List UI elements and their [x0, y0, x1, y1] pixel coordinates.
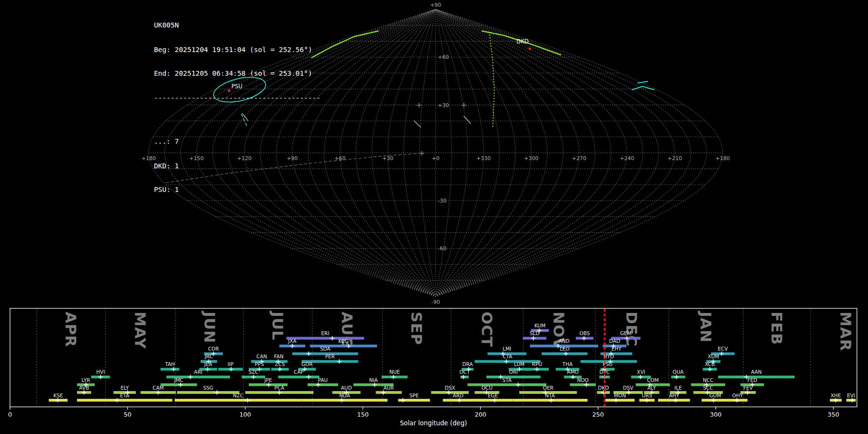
- shower-code: LUM: [514, 361, 525, 367]
- shower-code: JMC: [174, 377, 183, 383]
- shower-code: JPE: [264, 377, 272, 383]
- shower-MON: MON: [605, 393, 635, 403]
- shower-code: JRC: [204, 353, 213, 359]
- shower-code: COM: [647, 377, 659, 383]
- shower-code: FEV: [744, 385, 753, 391]
- shower-code: DAD: [609, 338, 620, 344]
- shower-code: EHY: [611, 346, 622, 352]
- lon-label: +240: [620, 155, 634, 162]
- shower-ZCS: ZCS: [271, 361, 289, 371]
- lat-label: -60: [438, 245, 447, 252]
- sporadic-track-1: [464, 116, 471, 123]
- tick-label: 250: [592, 411, 604, 418]
- meridian-line: [435, 9, 467, 296]
- lon-label: +270: [572, 155, 586, 162]
- shower-code: QUA: [673, 369, 684, 375]
- month-label: APR: [62, 312, 80, 347]
- radiant-map-app: +180+150+120+90+60+30+0+330+300+270+240+…: [0, 0, 868, 434]
- shower-counts: ...: 7 DKD: 1 PSU: 1: [154, 122, 321, 210]
- shower-code: DSX: [445, 385, 455, 391]
- shower-code: ELY: [121, 385, 129, 391]
- shower-code: XHE: [830, 393, 841, 398]
- shower-code: LYR: [81, 377, 90, 383]
- shower-code: GEM: [620, 330, 631, 336]
- shower-DPC: DPC: [599, 369, 610, 379]
- activity-bar: [376, 391, 402, 394]
- shower-code: FED: [747, 377, 757, 383]
- x-axis-title: Solar longitude (deg): [400, 420, 467, 427]
- shower-code: ILE: [675, 385, 682, 391]
- shower-code: SPE: [409, 393, 419, 398]
- shower-code: ZCS: [275, 361, 285, 367]
- shower-code: PCA: [274, 385, 285, 391]
- count-sporadic: ...: 7: [154, 138, 321, 146]
- shower-SLD: SLD: [523, 330, 546, 340]
- green-dotted-track: [489, 32, 494, 129]
- shower-code: KSE: [54, 393, 63, 398]
- shower-code: GUM: [709, 393, 721, 398]
- green-arc-left: [312, 31, 378, 57]
- plot-canvas: +180+150+120+90+60+30+0+330+300+270+240+…: [0, 0, 868, 434]
- shower-code: OCU: [481, 385, 492, 391]
- month-label: JAN: [697, 311, 715, 343]
- activity-bar: [77, 399, 173, 402]
- shower-code: DPC: [599, 369, 610, 375]
- shower-STA: STA: [468, 377, 546, 387]
- activity-bar: [487, 376, 541, 379]
- tick-label: 0: [8, 411, 12, 418]
- shower-code: ECV: [718, 346, 728, 352]
- shower-code: AHY: [669, 393, 679, 398]
- lon-label: +180: [716, 155, 730, 162]
- shower-code: TAH: [164, 361, 175, 367]
- month-label: JUL: [269, 311, 286, 340]
- lon-label: +330: [476, 155, 491, 162]
- activity-bar: [286, 337, 364, 340]
- activity-bar: [278, 376, 319, 379]
- shower-NDA: NDA: [302, 393, 388, 403]
- shower-NTA: NTA: [512, 393, 587, 403]
- shower-OCT: OCT: [460, 369, 470, 379]
- lat-label: -30: [438, 198, 447, 204]
- shower-code: LMI: [502, 346, 511, 352]
- tick-label: 150: [357, 411, 368, 418]
- month-label: NOV: [550, 312, 568, 350]
- begin-time: Beg: 20251204 19:51:04 (sol = 252.56°): [154, 46, 321, 54]
- shower-code: AND: [558, 338, 570, 344]
- shower-SSG: SSG: [177, 385, 239, 395]
- radiant-marker: [529, 48, 531, 50]
- meridian-line: [404, 9, 435, 296]
- activity-bar: [570, 383, 596, 386]
- month-label: MAR: [837, 312, 854, 351]
- month-label: JUN: [201, 311, 218, 343]
- shower-JMC: JMC: [161, 377, 197, 387]
- count-psu: PSU: 1: [154, 186, 321, 194]
- month-label: SEP: [408, 312, 425, 345]
- shower-NOO: NOO: [570, 377, 596, 387]
- shower-code: OHY: [732, 393, 743, 398]
- lat-label: -90: [432, 299, 440, 305]
- shower-XHE: XHE: [830, 393, 841, 403]
- shower-code: JXA: [288, 338, 297, 344]
- activity-bar: [177, 391, 239, 394]
- activity-bar: [175, 399, 301, 402]
- count-dkd: DKD: 1: [154, 162, 321, 170]
- station-id: UK005N: [154, 22, 321, 30]
- month-label: DEC: [623, 312, 640, 347]
- shower-code: GDR: [301, 361, 312, 367]
- shower-code: EGE: [488, 393, 498, 398]
- tick-label: 350: [827, 411, 839, 418]
- shower-code: URS: [642, 393, 652, 398]
- end-time: End: 20251205 06:34:58 (sol = 253.01°): [154, 70, 321, 78]
- sporadic-track-2: [414, 121, 421, 127]
- shower-code: HVI: [96, 369, 105, 375]
- shower-SPE: SPE: [398, 393, 430, 403]
- shower-TAH: TAH: [161, 361, 179, 371]
- shower-XCB: XCB: [703, 361, 717, 371]
- shower-code: ETA: [120, 393, 129, 398]
- month-label: FEB: [768, 312, 786, 345]
- shower-code: DKD: [598, 385, 609, 391]
- shower-IIP: IIP: [218, 361, 243, 371]
- shower-code: AUR: [383, 385, 394, 391]
- shower-AVB: AVB: [77, 385, 91, 395]
- shower-code: ERI: [321, 330, 329, 336]
